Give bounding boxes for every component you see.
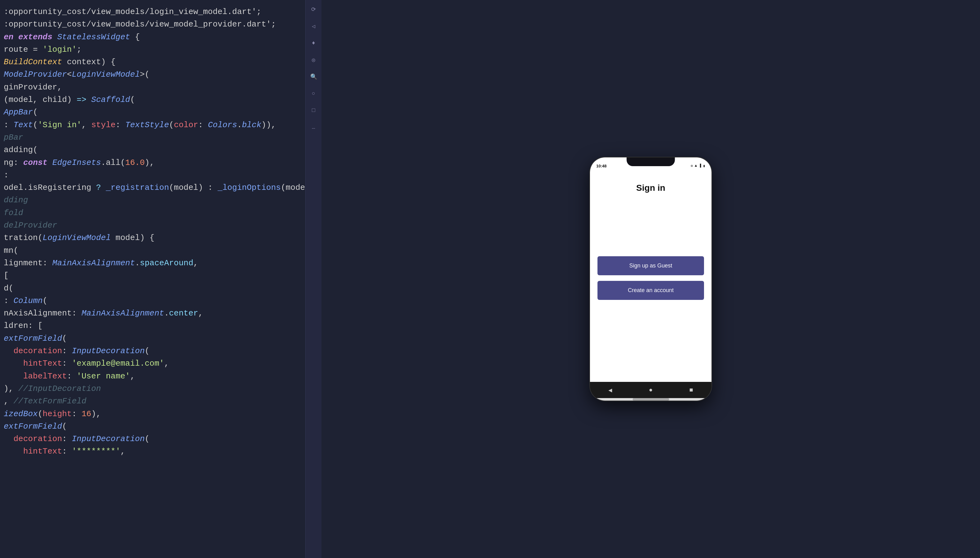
tool-icon[interactable]: … — [309, 122, 319, 132]
phone-preview-area: 10:48 ⊙ ▲ ▐ ▮ Sign in Sign up as Guest C… — [321, 0, 980, 558]
code-line: d( — [0, 282, 305, 295]
status-icons: ⊙ ▲ ▐ ▮ — [690, 164, 705, 168]
code-line: (model, child) => Scaffold( — [0, 94, 305, 106]
tool-icon[interactable]: ⟳ — [309, 4, 319, 14]
login-options-area: Sign up as Guest Create an account — [590, 193, 712, 382]
wifi-icon: ▲ — [695, 164, 697, 168]
code-line: AppBar( — [0, 106, 305, 118]
tool-icon[interactable]: ♦ — [309, 38, 319, 48]
code-line: decoration: InputDecoration( — [0, 433, 305, 445]
code-line: delProvider — [0, 219, 305, 231]
code-line: tration(LoginViewModel model) { — [0, 231, 305, 244]
code-line: fold — [0, 207, 305, 219]
phone-scroll-indicator — [590, 398, 712, 400]
code-line: :opportunity_cost/view_models/login_view… — [0, 6, 305, 18]
phone-screen: Sign in Sign up as Guest Create an accou… — [590, 172, 712, 382]
code-line: route = 'login'; — [0, 43, 305, 56]
tool-icon[interactable]: 🔍 — [309, 72, 319, 82]
code-line: : Column( — [0, 295, 305, 307]
battery-icon: ▮ — [703, 164, 705, 168]
guest-signup-button[interactable]: Sign up as Guest — [597, 256, 704, 275]
phone-nav-bar: ◀ ● ■ — [590, 382, 712, 398]
sign-in-title: Sign in — [590, 183, 712, 193]
side-toolbar: ⟳◁♦◎🔍○□… — [305, 0, 321, 558]
code-line: ginProvider, — [0, 81, 305, 94]
recents-button[interactable]: ■ — [689, 387, 693, 394]
code-line: : Text('Sign in', style: TextStyle(color… — [0, 119, 305, 131]
code-line: labelText: 'User name', — [0, 370, 305, 382]
tool-icon[interactable]: ○ — [309, 89, 319, 98]
code-line: decoration: InputDecoration( — [0, 345, 305, 357]
phone-frame: 10:48 ⊙ ▲ ▐ ▮ Sign in Sign up as Guest C… — [590, 158, 712, 400]
tool-icon[interactable]: ◁ — [309, 21, 319, 31]
code-line: ), //InputDecoration — [0, 382, 305, 395]
code-line: [ — [0, 269, 305, 282]
scroll-thumb — [633, 398, 669, 400]
code-line: mn( — [0, 245, 305, 257]
code-line: dding — [0, 194, 305, 206]
create-account-button[interactable]: Create an account — [597, 281, 704, 300]
code-line: ng: const EdgeInsets.all(16.0), — [0, 156, 305, 169]
code-line: odel.isRegistering ? _registration(model… — [0, 181, 305, 194]
code-line: pBar — [0, 131, 305, 144]
tool-icon[interactable]: □ — [309, 105, 319, 115]
code-line: : — [0, 169, 305, 181]
code-line: ModelProvider<LoginViewModel>( — [0, 68, 305, 81]
code-line: nAxisAlignment: MainAxisAlignment.center… — [0, 307, 305, 320]
nfc-icon: ⊙ — [690, 164, 693, 168]
code-line: lignment: MainAxisAlignment.spaceAround, — [0, 257, 305, 269]
phone-notch — [627, 158, 675, 166]
status-time: 10:48 — [596, 164, 607, 168]
code-line: hintText: 'example@email.com', — [0, 357, 305, 370]
code-line: BuildContext context) { — [0, 56, 305, 68]
code-line: extFormField( — [0, 420, 305, 433]
home-button[interactable]: ● — [649, 387, 653, 394]
code-line: ldren: [ — [0, 320, 305, 332]
code-line: adding( — [0, 144, 305, 156]
code-line: izedBox(height: 16), — [0, 408, 305, 420]
code-editor: :opportunity_cost/view_models/login_view… — [0, 0, 305, 558]
signal-icon: ▐ — [699, 164, 701, 168]
code-line: hintText: '********', — [0, 445, 305, 458]
code-line: en extends StatelessWidget { — [0, 31, 305, 43]
code-line: , //TextFormField — [0, 395, 305, 407]
code-line: :opportunity_cost/view_models/view_model… — [0, 18, 305, 31]
code-line: extFormField( — [0, 332, 305, 345]
back-button[interactable]: ◀ — [609, 386, 612, 394]
tool-icon[interactable]: ◎ — [309, 55, 319, 65]
